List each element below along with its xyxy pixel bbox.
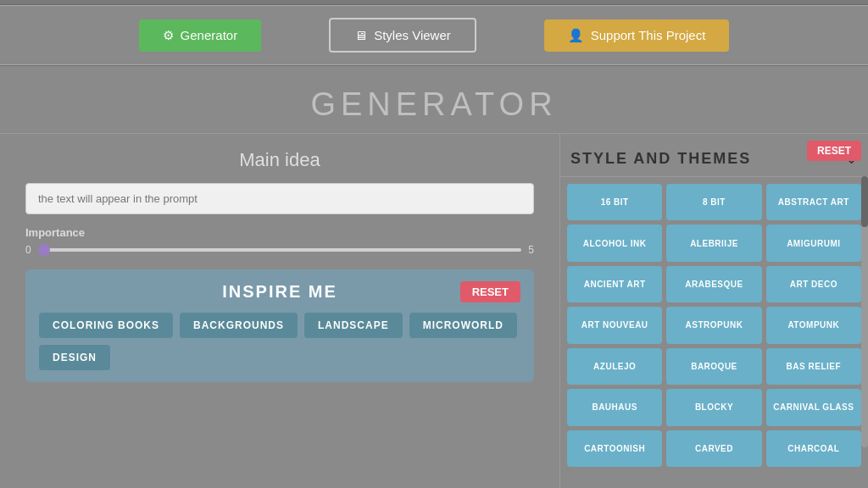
prompt-input[interactable]	[25, 183, 534, 214]
style-tag-ancient-art[interactable]: ANCIENT ART	[567, 266, 662, 302]
generator-button[interactable]: ⚙ Generator	[139, 19, 262, 52]
slider-max: 5	[528, 244, 534, 256]
right-panel: RESET STYLE AND THEMES ⌄ 16 BIT 8 BIT AB…	[559, 134, 868, 488]
style-tag-charcoal[interactable]: CHARCOAL	[766, 430, 861, 467]
inspire-header: INSPIRE ME RESET	[39, 281, 520, 302]
style-tag-blocky[interactable]: BLOCKY	[666, 389, 761, 425]
style-tag-carnival-glass[interactable]: CARNIVAL GLASS	[766, 389, 861, 425]
style-tag-carved[interactable]: CARVED	[666, 430, 761, 467]
inspire-tags: COLORING BOOKS BACKGROUNDS LANDSCAPE MIC…	[39, 313, 520, 370]
main-content: Main idea Importance 0 5 INSPIRE ME RESE…	[0, 134, 868, 488]
style-tag-bauhaus[interactable]: BAUHAUS	[567, 389, 662, 425]
style-tags-grid: 16 BIT 8 BIT ABSTRACT ART ALCOHOL INK AL…	[560, 177, 868, 474]
inspire-tag-coloring-books[interactable]: COLORING BOOKS	[39, 313, 173, 338]
inspire-title: INSPIRE ME	[199, 282, 359, 302]
user-icon: 👤	[568, 28, 584, 43]
inspire-tag-backgrounds[interactable]: BACKGROUNDS	[180, 313, 298, 338]
style-tag-amigurumi[interactable]: AMIGURUMI	[766, 225, 861, 261]
support-button[interactable]: 👤 Support This Project	[544, 19, 730, 52]
style-tag-art-nouveau[interactable]: ART NOUVEAU	[567, 307, 662, 343]
style-tag-bas-relief[interactable]: BAS RELIEF	[766, 348, 861, 385]
style-tag-astropunk[interactable]: ASTROPUNK	[666, 307, 761, 343]
inspire-reset-button[interactable]: RESET	[460, 281, 520, 302]
inspire-section: INSPIRE ME RESET COLORING BOOKS BACKGROU…	[25, 269, 534, 382]
importance-section: Importance 0 5	[25, 226, 534, 256]
inspire-tag-design[interactable]: DESIGN	[39, 345, 110, 370]
page-title: GENERATOR	[0, 86, 868, 123]
style-tag-cartoonish[interactable]: CARTOONISH	[567, 430, 662, 467]
slider-min: 0	[25, 244, 31, 256]
left-panel: Main idea Importance 0 5 INSPIRE ME RESE…	[0, 134, 559, 488]
main-idea-label: Main idea	[25, 149, 534, 171]
style-tag-baroque[interactable]: BAROQUE	[666, 348, 761, 385]
style-themes-title: STYLE AND THEMES	[570, 150, 751, 168]
page-title-section: GENERATOR	[0, 66, 868, 134]
monitor-icon: 🖥	[354, 28, 367, 42]
importance-slider[interactable]	[38, 248, 522, 252]
scrollbar-track[interactable]	[861, 176, 868, 447]
gear-icon: ⚙	[163, 28, 174, 43]
style-reset-button[interactable]: RESET	[807, 141, 861, 161]
style-tag-16bit[interactable]: 16 BIT	[567, 184, 662, 220]
slider-container: 0 5	[25, 244, 534, 256]
inspire-tag-landscape[interactable]: LANDSCAPE	[304, 313, 403, 338]
style-tag-alcohol-ink[interactable]: ALCOHOL INK	[567, 225, 662, 261]
style-tag-atompunk[interactable]: ATOMPUNK	[766, 307, 861, 343]
style-tag-azulejo[interactable]: AZULEJO	[567, 348, 662, 385]
style-tag-art-deco[interactable]: ART DECO	[766, 266, 861, 302]
style-tag-8bit[interactable]: 8 BIT	[666, 184, 761, 220]
scrollbar-thumb[interactable]	[861, 176, 868, 227]
top-navigation: ⚙ Generator 🖥 Styles Viewer 👤 Support Th…	[0, 5, 868, 65]
style-tag-arabesque[interactable]: ARABESQUE	[666, 266, 761, 302]
style-tag-alebriije[interactable]: ALEBRIIJE	[666, 225, 761, 261]
inspire-tag-microworld[interactable]: MICROWORLD	[409, 313, 517, 338]
styles-viewer-button[interactable]: 🖥 Styles Viewer	[329, 18, 476, 53]
importance-label: Importance	[25, 226, 534, 239]
style-tag-abstract-art[interactable]: ABSTRACT ART	[766, 184, 861, 220]
